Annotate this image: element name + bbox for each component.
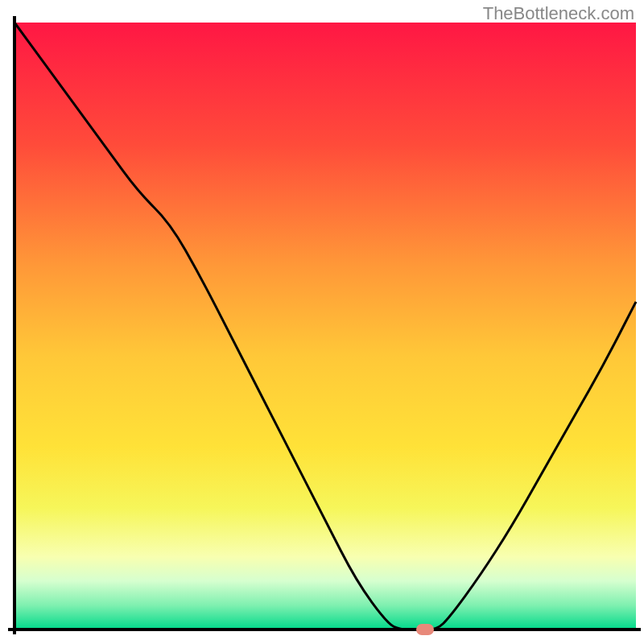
watermark-label: TheBottleneck.com — [483, 3, 634, 24]
chart-svg — [0, 0, 644, 644]
plot-background — [14, 23, 636, 630]
bottleneck-chart: TheBottleneck.com — [0, 0, 644, 644]
optimal-marker — [416, 624, 434, 635]
